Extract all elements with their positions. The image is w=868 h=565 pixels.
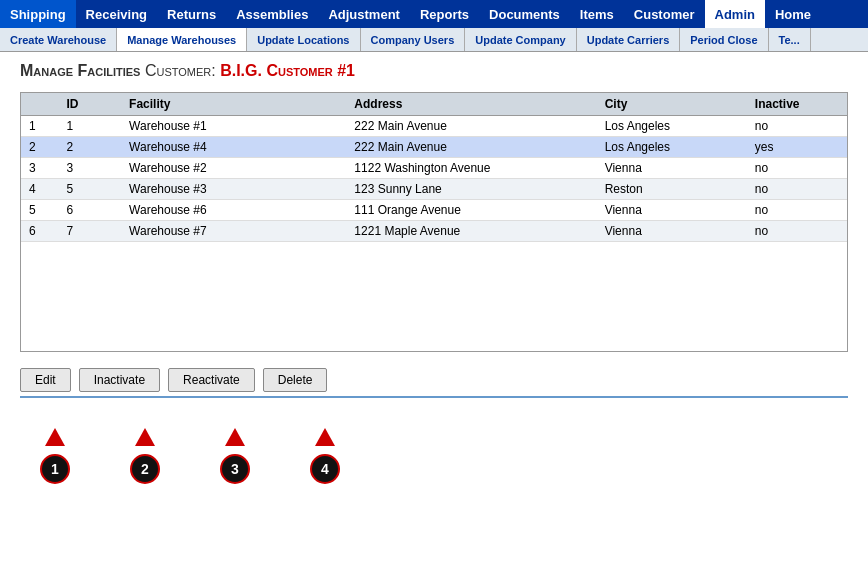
cell-inactive: no [747,221,847,242]
cell-facility: Warehouse #3 [121,179,346,200]
cell-address: 1122 Washington Avenue [346,158,596,179]
facilities-table-container: ID Facility Address City Inactive 1 1 Wa… [20,92,848,352]
table-row[interactable]: 4 5 Warehouse #3 123 Sunny Lane Reston n… [21,179,847,200]
main-content: Manage Facilities Customer: B.I.G. Custo… [0,52,868,494]
cell-address: 222 Main Avenue [346,116,596,137]
page-title-text: Manage Facilities [20,62,140,79]
cell-id: 5 [59,179,122,200]
cell-inactive: no [747,116,847,137]
cell-id: 7 [59,221,122,242]
page-title: Manage Facilities Customer: B.I.G. Custo… [20,62,848,80]
col-header-row [21,93,59,116]
annotation-circle-1: 1 [40,454,70,484]
nav-returns[interactable]: Returns [157,0,226,28]
annotation-2: 2 [130,428,160,484]
cell-facility: Warehouse #4 [121,137,346,158]
nav-customer[interactable]: Customer [624,0,705,28]
nav-admin[interactable]: Admin [705,0,765,28]
customer-name: B.I.G. Customer #1 [220,62,355,79]
table-row[interactable]: 1 1 Warehouse #1 222 Main Avenue Los Ang… [21,116,847,137]
cell-facility: Warehouse #1 [121,116,346,137]
cell-city: Vienna [597,221,747,242]
subnav-update-carriers[interactable]: Update Carriers [577,28,681,51]
cell-rownum: 2 [21,137,59,158]
cell-city: Los Angeles [597,137,747,158]
table-body: 1 1 Warehouse #1 222 Main Avenue Los Ang… [21,116,847,242]
cell-address: 1221 Maple Avenue [346,221,596,242]
customer-label: Customer: [145,62,220,79]
table-row[interactable]: 6 7 Warehouse #7 1221 Maple Avenue Vienn… [21,221,847,242]
cell-rownum: 3 [21,158,59,179]
annotation-3: 3 [220,428,250,484]
annotation-4: 4 [310,428,340,484]
sub-navigation: Create Warehouse Manage Warehouses Updat… [0,28,868,52]
annotation-1: 1 [40,428,70,484]
cell-id: 2 [59,137,122,158]
subnav-company-users[interactable]: Company Users [361,28,466,51]
cell-address: 222 Main Avenue [346,137,596,158]
nav-shipping[interactable]: Shipping [0,0,76,28]
cell-id: 3 [59,158,122,179]
col-header-address: Address [346,93,596,116]
annotation-circle-4: 4 [310,454,340,484]
subnav-update-locations[interactable]: Update Locations [247,28,360,51]
nav-receiving[interactable]: Receiving [76,0,157,28]
nav-adjustment[interactable]: Adjustment [318,0,410,28]
cell-id: 1 [59,116,122,137]
cell-inactive: no [747,179,847,200]
table-header-row: ID Facility Address City Inactive [21,93,847,116]
cell-id: 6 [59,200,122,221]
cell-rownum: 4 [21,179,59,200]
arrow-up-icon-4 [315,428,335,446]
annotations-container: 1 2 3 4 [40,418,848,484]
cell-inactive: no [747,158,847,179]
cell-inactive: no [747,200,847,221]
table-row[interactable]: 3 3 Warehouse #2 1122 Washington Avenue … [21,158,847,179]
arrow-up-icon-1 [45,428,65,446]
cell-city: Vienna [597,158,747,179]
table-row[interactable]: 5 6 Warehouse #6 111 Orange Avenue Vienn… [21,200,847,221]
nav-home[interactable]: Home [765,0,821,28]
cell-address: 111 Orange Avenue [346,200,596,221]
nav-items[interactable]: Items [570,0,624,28]
subnav-create-warehouse[interactable]: Create Warehouse [0,28,117,51]
table-row[interactable]: 2 2 Warehouse #4 222 Main Avenue Los Ang… [21,137,847,158]
nav-reports[interactable]: Reports [410,0,479,28]
cell-facility: Warehouse #7 [121,221,346,242]
nav-documents[interactable]: Documents [479,0,570,28]
arrow-up-icon-2 [135,428,155,446]
cell-address: 123 Sunny Lane [346,179,596,200]
top-navigation: Shipping Receiving Returns Assemblies Ad… [0,0,868,28]
cell-rownum: 6 [21,221,59,242]
annotation-circle-3: 3 [220,454,250,484]
nav-assemblies[interactable]: Assemblies [226,0,318,28]
cell-rownum: 1 [21,116,59,137]
annotation-circle-2: 2 [130,454,160,484]
delete-button[interactable]: Delete [263,368,328,392]
cell-facility: Warehouse #6 [121,200,346,221]
col-header-inactive: Inactive [747,93,847,116]
cell-facility: Warehouse #2 [121,158,346,179]
subnav-update-company[interactable]: Update Company [465,28,576,51]
col-header-facility: Facility [121,93,346,116]
reactivate-button[interactable]: Reactivate [168,368,255,392]
cell-city: Vienna [597,200,747,221]
subnav-manage-warehouses[interactable]: Manage Warehouses [117,28,247,51]
inactivate-button[interactable]: Inactivate [79,368,160,392]
action-buttons-bar: Edit Inactivate Reactivate Delete [20,364,848,398]
edit-button[interactable]: Edit [20,368,71,392]
arrow-up-icon-3 [225,428,245,446]
subnav-te[interactable]: Te... [769,28,811,51]
facilities-table: ID Facility Address City Inactive 1 1 Wa… [21,93,847,242]
cell-inactive: yes [747,137,847,158]
cell-city: Reston [597,179,747,200]
col-header-id: ID [59,93,122,116]
subnav-period-close[interactable]: Period Close [680,28,768,51]
col-header-city: City [597,93,747,116]
cell-city: Los Angeles [597,116,747,137]
cell-rownum: 5 [21,200,59,221]
